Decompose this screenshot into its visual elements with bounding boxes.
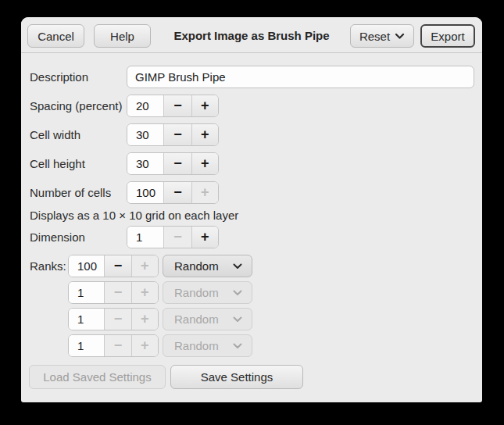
number-of-cells-minus-button[interactable]: − [163,182,191,203]
rank-3-mode-dropdown: Random [163,308,252,330]
minus-icon: − [114,284,123,301]
help-button-label: Help [110,30,134,43]
chevron-down-icon [233,316,242,323]
rank-3-spinbutton: 1 − + [68,308,159,330]
rank-1-mode-value: Random [174,259,219,273]
rank-4-spinbutton: 1 − + [68,334,159,357]
ranks-label: Ranks: [30,255,66,277]
export-brush-pipe-dialog: Export Image as Brush Pipe Cancel Help R… [21,17,482,402]
grid-note: Displays as a 10 × 10 grid on each layer [30,209,238,222]
chevron-down-icon [233,343,242,349]
minus-icon: − [114,338,123,354]
minus-icon: − [173,229,182,245]
chevron-down-icon [233,263,242,270]
rank-2-plus-button: + [131,282,158,303]
dimension-label: Dimension [30,226,85,248]
plus-icon: + [141,258,149,274]
minus-icon: − [114,258,123,274]
cell-width-spinbutton: 30 − + [127,123,219,146]
rank-1-spinbutton: 100 − + [68,255,159,277]
rank-3-plus-button: + [131,309,158,330]
rank-2-minus-button: − [104,282,130,303]
chevron-down-icon [233,290,242,296]
rank-1-value[interactable]: 100 [69,255,104,277]
save-settings-button[interactable]: Save Settings [170,365,303,389]
plus-icon: + [201,184,209,201]
rank-1-plus-button: + [131,255,158,277]
rank-4-value: 1 [69,335,104,356]
rank-2-mode-value: Random [174,286,219,299]
dimension-minus-button: − [163,227,191,248]
cell-height-spinbutton: 30 − + [127,152,219,175]
rank-4-mode-value: Random [174,339,219,352]
plus-icon: + [141,284,149,301]
plus-icon: + [201,229,209,245]
plus-icon: + [201,98,209,114]
spacing-minus-button[interactable]: − [163,95,191,116]
rank-2-value: 1 [69,282,104,303]
export-button-label: Export [431,30,464,43]
cell-width-label: Cell width [30,123,80,146]
rank-4-plus-button: + [131,335,158,356]
spacing-spinbutton: 20 − + [127,95,219,117]
load-saved-settings-button: Load Saved Settings [29,365,166,389]
rank-3-minus-button: − [104,309,130,330]
export-button[interactable]: Export [420,24,475,48]
minus-icon: − [173,184,182,201]
rank-3-value: 1 [69,309,104,330]
chevron-down-icon [395,33,405,40]
plus-icon: + [201,155,209,172]
cell-width-plus-button[interactable]: + [191,124,218,145]
cell-height-label: Cell height [30,152,85,175]
minus-icon: − [173,155,182,172]
dimension-spinbutton: 1 − + [127,226,219,248]
number-of-cells-value[interactable]: 100 [127,182,163,203]
number-of-cells-label: Number of cells [30,181,111,204]
plus-icon: + [141,338,149,354]
cell-width-minus-button[interactable]: − [163,124,191,145]
cancel-button[interactable]: Cancel [27,24,84,48]
cancel-button-label: Cancel [38,30,74,43]
rank-3-mode-value: Random [174,312,219,326]
spacing-plus-button[interactable]: + [191,95,218,116]
minus-icon: − [173,127,182,143]
number-of-cells-spinbutton: 100 − + [127,181,219,204]
help-button[interactable]: Help [94,24,151,48]
save-settings-label: Save Settings [201,370,273,384]
rank-1-mode-dropdown[interactable]: Random [163,255,252,277]
minus-icon: − [173,98,182,114]
spacing-label: Spacing (percent) [30,95,122,117]
rank-2-mode-dropdown: Random [163,281,252,304]
dimension-value[interactable]: 1 [127,227,163,248]
cell-height-plus-button[interactable]: + [191,153,218,174]
minus-icon: − [114,311,123,327]
reset-button-label: Reset [359,30,390,43]
dimension-plus-button[interactable]: + [191,227,218,248]
plus-icon: + [201,127,209,143]
cell-height-minus-button[interactable]: − [163,153,191,174]
cell-height-value[interactable]: 30 [127,153,163,174]
rank-4-mode-dropdown: Random [163,334,252,357]
load-saved-settings-label: Load Saved Settings [43,370,151,384]
description-label: Description [30,66,88,88]
rank-4-minus-button: − [104,335,130,356]
number-of-cells-plus-button: + [191,182,218,203]
reset-dropdown-button[interactable]: Reset [350,24,414,48]
rank-2-spinbutton: 1 − + [68,281,159,304]
description-input[interactable] [127,66,474,88]
cell-width-value[interactable]: 30 [127,124,163,145]
spacing-value[interactable]: 20 [127,95,163,116]
header-bar: Export Image as Brush Pipe Cancel Help R… [21,17,482,53]
plus-icon: + [141,311,149,327]
rank-1-minus-button[interactable]: − [104,255,130,277]
